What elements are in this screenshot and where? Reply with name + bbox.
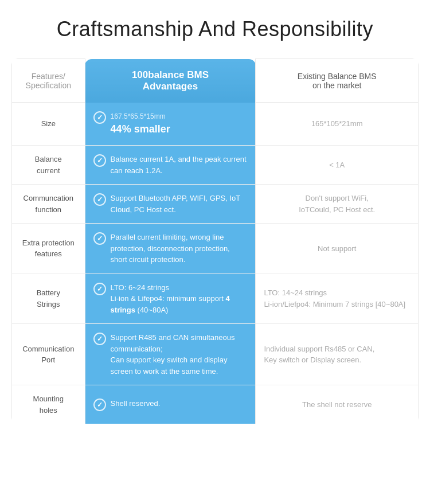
check-icon-size: ✓	[93, 111, 106, 124]
row-balance-current: Balancecurrent ✓ Balance current 1A, and…	[12, 146, 419, 185]
advantage-comm-port: ✓ Support R485 and CAN simultaneous comm…	[85, 324, 256, 385]
row-comm-function: Communcationfunction ✓ Support Bluetooth…	[12, 185, 419, 224]
feature-size: Size	[12, 103, 85, 146]
feature-comm-function: Communcationfunction	[12, 185, 85, 224]
comparison-table: Features/Specification 100balance BMSAdv…	[11, 58, 419, 424]
advantage-mounting-holes-text: Shell reserved.	[111, 398, 161, 409]
row-comm-port: CommunicationPort ✓ Support R485 and CAN…	[12, 324, 419, 385]
advantage-battery-strings-text: LTO: 6~24 strings Li-ion & Lifepo4: mini…	[111, 282, 248, 316]
advantage-comm-function: ✓ Support Bluetooth APP, WIFI, GPS, IoT …	[85, 185, 256, 224]
advantage-extra-protection: ✓ Parallel current limiting, wrong line …	[85, 224, 256, 274]
row-mounting-holes: Mountingholes ✓ Shell reserved. The shel…	[12, 385, 419, 424]
advantage-balance-text: Balance current 1A, and the peak current…	[111, 154, 248, 176]
advantage-comm-function-text: Support Bluetooth APP, WIFI, GPS, IoT Cl…	[111, 193, 248, 215]
header-feature: Features/Specification	[12, 59, 85, 103]
existing-balance: < 1A	[256, 146, 419, 185]
existing-battery-strings: LTO: 14~24 stringsLi-ion/Liefpo4: Minimu…	[256, 274, 419, 324]
row-extra-protection: Extra protectionfeatures ✓ Parallel curr…	[12, 224, 419, 274]
existing-size: 165*105*21mm	[256, 103, 419, 146]
header-advantage: 100balance BMSAdvantages	[85, 59, 256, 103]
check-icon-mounting-holes: ✓	[93, 398, 106, 411]
existing-comm-port: Individual support Rs485 or CAN,Key swit…	[256, 324, 419, 385]
header-existing: Existing Balance BMSon the market	[256, 59, 419, 103]
feature-battery-strings: BatteryStrings	[12, 274, 85, 324]
advantage-battery-strings: ✓ LTO: 6~24 strings Li-ion & Lifepo4: mi…	[85, 274, 256, 324]
advantage-balance-current: ✓ Balance current 1A, and the peak curre…	[85, 146, 256, 185]
check-icon-balance: ✓	[93, 154, 106, 167]
row-size: Size ✓ 167.5*65.5*15mm 44% smaller 165*1…	[12, 103, 419, 146]
check-icon-battery-strings: ✓	[93, 283, 106, 295]
row-battery-strings: BatteryStrings ✓ LTO: 6~24 strings Li-io…	[12, 274, 419, 324]
existing-mounting-holes: The shell not reserve	[256, 385, 419, 424]
advantage-extra-protection-text: Parallel current limiting, wrong line pr…	[111, 232, 248, 265]
advantage-comm-port-text: Support R485 and CAN simultaneous commun…	[111, 332, 248, 377]
check-icon-extra-protection: ✓	[93, 232, 106, 245]
feature-extra-protection: Extra protectionfeatures	[12, 224, 85, 274]
existing-extra-protection: Not support	[256, 224, 419, 274]
advantage-size-text: 167.5*65.5*15mm 44% smaller	[111, 111, 170, 138]
feature-balance-current: Balancecurrent	[12, 146, 85, 185]
page-title: Craftsmanship And Responsibility	[11, 17, 419, 41]
check-icon-comm-function: ✓	[93, 193, 106, 206]
check-icon-comm-port: ✓	[93, 333, 106, 345]
advantage-size: ✓ 167.5*65.5*15mm 44% smaller	[85, 103, 256, 146]
feature-comm-port: CommunicationPort	[12, 324, 85, 385]
feature-mounting-holes: Mountingholes	[12, 385, 85, 424]
existing-comm-function: Don't support WiFi,IoTCould, PC Host ect…	[256, 185, 419, 224]
advantage-mounting-holes: ✓ Shell reserved.	[85, 385, 256, 424]
